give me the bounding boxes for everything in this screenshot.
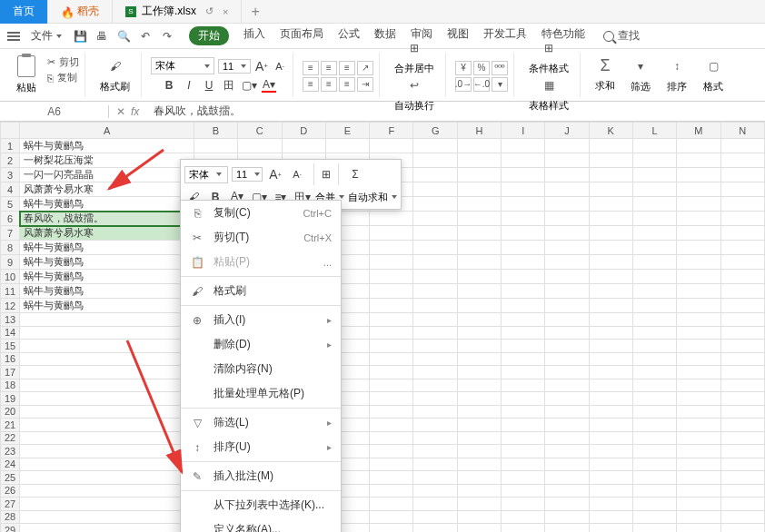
cell[interactable] — [545, 255, 589, 270]
cell[interactable] — [677, 313, 720, 327]
col-header-e[interactable]: E — [325, 123, 369, 139]
cell[interactable] — [720, 197, 764, 212]
cell[interactable] — [413, 299, 457, 313]
cell[interactable]: 蜗牛与黄鹂鸟 — [20, 284, 194, 299]
mini-size-select[interactable]: 11 — [232, 167, 263, 182]
cell[interactable] — [677, 326, 720, 340]
cell[interactable] — [545, 153, 589, 168]
menu-copy[interactable]: ⎘ 复制(C) Ctrl+C — [181, 201, 341, 225]
cell[interactable] — [720, 299, 764, 313]
cell[interactable] — [720, 431, 764, 445]
menu-define-name[interactable]: 定义名称(A)... — [181, 517, 341, 532]
row-header[interactable]: 7 — [1, 226, 20, 241]
cell[interactable] — [20, 431, 194, 445]
cell[interactable] — [413, 182, 457, 197]
cell[interactable] — [589, 392, 632, 406]
cell[interactable] — [545, 182, 589, 197]
row-header[interactable]: 15 — [1, 340, 20, 353]
cell[interactable] — [370, 139, 413, 153]
cell[interactable] — [589, 284, 632, 299]
cell[interactable] — [632, 326, 676, 340]
cell[interactable] — [720, 471, 764, 485]
cell[interactable] — [589, 524, 632, 533]
sort-button[interactable]: ↕ 排序 — [661, 56, 693, 94]
cell[interactable] — [370, 270, 413, 284]
cell[interactable] — [589, 182, 632, 197]
cell[interactable] — [632, 405, 676, 419]
cell[interactable] — [502, 313, 545, 327]
cell[interactable] — [720, 153, 764, 168]
cell[interactable] — [370, 241, 413, 255]
cell[interactable] — [502, 226, 545, 241]
row-header[interactable]: 21 — [1, 419, 20, 432]
cell[interactable] — [370, 524, 413, 533]
col-header-n[interactable]: N — [720, 123, 764, 139]
cell[interactable] — [502, 340, 545, 353]
cell[interactable] — [720, 484, 764, 498]
cell[interactable] — [545, 392, 589, 406]
row-header[interactable]: 3 — [1, 168, 20, 182]
menu-delete[interactable]: 删除(D) ▸ — [181, 332, 341, 357]
cell[interactable] — [720, 510, 764, 524]
row-header[interactable]: 20 — [1, 405, 20, 419]
cell[interactable] — [457, 419, 501, 432]
undo-icon[interactable]: ↶ — [138, 29, 153, 44]
row-header[interactable]: 17 — [1, 366, 20, 379]
cond-format-button[interactable]: ⊞ 条件格式 — [523, 38, 574, 75]
cell[interactable] — [502, 510, 545, 524]
cell[interactable] — [545, 168, 589, 182]
cell[interactable] — [589, 326, 632, 340]
fx-label[interactable]: fx — [131, 105, 139, 118]
cell[interactable] — [545, 197, 589, 212]
cell[interactable]: 蜗牛与黄鹂鸟 — [20, 255, 194, 270]
cell[interactable] — [457, 270, 501, 284]
cell[interactable] — [20, 326, 194, 340]
cell[interactable] — [20, 458, 194, 471]
orientation-icon[interactable]: ↗ — [357, 61, 373, 75]
row-header[interactable]: 4 — [1, 182, 20, 197]
cell[interactable] — [677, 212, 720, 226]
cell[interactable] — [545, 510, 589, 524]
cell[interactable] — [20, 471, 194, 485]
cell[interactable] — [589, 366, 632, 379]
number-format-icon[interactable]: ▾ — [492, 77, 508, 92]
tab-formula[interactable]: 公式 — [338, 26, 360, 45]
cell[interactable] — [457, 284, 501, 299]
cell[interactable] — [502, 139, 545, 153]
cell[interactable] — [545, 212, 589, 226]
cell[interactable] — [413, 498, 457, 511]
menu-sort[interactable]: ↕ 排序(U) ▸ — [181, 435, 341, 459]
row-header[interactable]: 13 — [1, 313, 20, 327]
italic-button[interactable]: I — [182, 78, 196, 93]
row-header[interactable]: 27 — [1, 498, 20, 511]
cell[interactable] — [632, 379, 676, 392]
row-header[interactable]: 11 — [1, 284, 20, 299]
cell[interactable] — [413, 284, 457, 299]
decimal-inc-icon[interactable]: .0→ — [455, 77, 472, 92]
cell[interactable] — [502, 524, 545, 533]
cell[interactable] — [677, 524, 720, 533]
paste-button[interactable]: 粘贴 — [11, 55, 42, 94]
cell[interactable] — [370, 366, 413, 379]
cell[interactable] — [502, 484, 545, 498]
cell[interactable] — [20, 510, 194, 524]
cell[interactable] — [457, 255, 501, 270]
cell[interactable] — [589, 270, 632, 284]
font-name-select[interactable]: 宋体 — [151, 57, 214, 74]
cell[interactable] — [413, 241, 457, 255]
tab-start[interactable]: 开始 — [189, 26, 229, 45]
align-center-icon[interactable]: ≡ — [321, 77, 337, 92]
cell[interactable] — [502, 471, 545, 485]
cell[interactable] — [502, 299, 545, 313]
menu-insert[interactable]: ⊕ 插入(I) ▸ — [181, 308, 341, 332]
cell[interactable] — [370, 352, 413, 366]
cell[interactable] — [457, 498, 501, 511]
cell[interactable] — [545, 379, 589, 392]
cell[interactable] — [677, 226, 720, 241]
row-header[interactable]: 14 — [1, 326, 20, 340]
cell[interactable] — [20, 313, 194, 327]
col-header-c[interactable]: C — [238, 123, 282, 139]
row-header[interactable]: 18 — [1, 379, 20, 392]
cell[interactable] — [677, 284, 720, 299]
cell[interactable] — [502, 153, 545, 168]
